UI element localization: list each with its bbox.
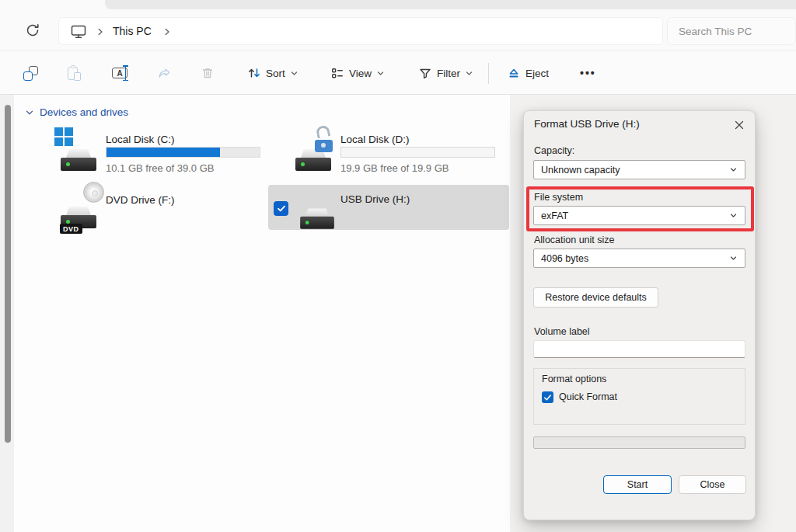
rename-icon: A [112, 65, 129, 81]
drive-name: Local Disk (C:) [106, 134, 175, 145]
see-more-button[interactable]: ••• [574, 59, 602, 87]
eject-button[interactable]: Eject [501, 59, 555, 87]
drive-led [66, 162, 70, 166]
chevron-down-icon [465, 69, 473, 78]
drive-icon: DVD [58, 191, 100, 228]
capacity-bar-fill [106, 148, 220, 157]
dialog-title: Format USB Drive (H:) [534, 118, 640, 130]
capacity-bar [106, 147, 260, 158]
capacity-label: Capacity: [534, 145, 574, 156]
sort-button[interactable]: Sort [241, 59, 305, 87]
capacity-bar [340, 147, 495, 158]
drive-icon [58, 134, 100, 171]
scrollbar-thumb[interactable] [5, 105, 11, 443]
drive-name: USB Drive (H:) [340, 193, 410, 205]
free-space-text: 19.9 GB free of 19.9 GB [340, 162, 449, 174]
rename-button[interactable]: A [106, 59, 135, 87]
chevron-down-icon [729, 165, 738, 174]
share-icon [156, 66, 172, 80]
toolbar-divider [488, 63, 489, 84]
windows-logo-icon [54, 127, 73, 146]
drive-led [305, 221, 309, 224]
check-icon [543, 394, 552, 402]
drive-tile-usb-h[interactable]: USB Drive (H:) [268, 185, 509, 230]
chevron-down-icon [290, 69, 298, 78]
search-input[interactable] [668, 18, 795, 44]
check-icon [277, 204, 286, 213]
free-space-text: 10.1 GB free of 39.0 GB [106, 162, 214, 174]
file-explorer-window: This PC A [0, 0, 796, 532]
drive-tile-dvd-f[interactable]: DVD DVD Drive (F:) [58, 190, 261, 236]
dialog-close-button[interactable] [731, 116, 748, 134]
allocation-label: Allocation unit size [534, 235, 615, 245]
drive-icon [292, 134, 334, 171]
view-button[interactable]: View [324, 59, 391, 87]
dvd-badge: DVD [60, 224, 82, 234]
drive-tile-local-disk-c[interactable]: Local Disk (C:) 10.1 GB free of 39.0 GB [58, 129, 261, 177]
command-toolbar: A Sort View [0, 50, 796, 95]
volume-input[interactable] [533, 340, 745, 358]
drive-name: Local Disk (D:) [340, 134, 410, 145]
allocation-select[interactable]: 4096 bytes [533, 249, 745, 268]
tab-strip-background [105, 0, 796, 9]
address-bar[interactable]: This PC [58, 17, 663, 45]
chevron-down-icon [376, 69, 385, 78]
trash-icon [201, 66, 215, 80]
file-system-select[interactable]: exFAT [533, 206, 745, 225]
refresh-icon [25, 23, 40, 38]
search-box [667, 17, 796, 45]
tab-strip [0, 0, 796, 9]
selected-checkbox[interactable] [274, 201, 288, 216]
share-button[interactable] [150, 59, 178, 87]
drive-name: DVD Drive (F:) [106, 194, 175, 206]
this-pc-icon [71, 24, 86, 39]
content-area: Devices and drives Local Disk (C:) 10.1 … [0, 95, 796, 532]
dvd-disc-icon [83, 182, 104, 203]
bitlocker-lock-icon [315, 126, 337, 152]
restore-defaults-button[interactable]: Restore device defaults [533, 287, 658, 308]
copy-icon [23, 66, 38, 81]
file-system-value: exFAT [541, 210, 568, 221]
copy-button[interactable] [17, 59, 44, 87]
file-system-label: File system [534, 192, 583, 203]
sort-label: Sort [266, 68, 285, 79]
breadcrumb-chevron-icon[interactable] [96, 27, 105, 37]
capacity-select[interactable]: Unknown capacity [533, 160, 745, 179]
left-scrollbar[interactable] [0, 95, 14, 532]
close-dialog-button[interactable]: Close [679, 475, 746, 494]
close-icon [735, 120, 744, 130]
sort-icon [247, 66, 261, 80]
drive-tile-local-disk-d[interactable]: Local Disk (D:) 19.9 GB free of 19.9 GB [292, 129, 510, 177]
breadcrumb-this-pc[interactable]: This PC [113, 25, 152, 37]
view-icon [330, 66, 344, 80]
allocation-value: 4096 bytes [541, 253, 588, 264]
quick-format-checkbox[interactable] [542, 391, 553, 403]
format-options-label: Format options [542, 374, 606, 384]
chevron-down-icon [25, 108, 34, 117]
paste-icon [68, 65, 81, 81]
section-devices-header[interactable]: Devices and drives [25, 106, 128, 118]
filter-button[interactable]: Filter [412, 59, 480, 87]
volume-label: Volume label [534, 326, 590, 337]
quick-format-label: Quick Format [559, 391, 617, 402]
format-options-group: Format options Quick Format [533, 368, 745, 425]
section-label: Devices and drives [40, 106, 128, 118]
eject-label: Eject [525, 68, 549, 79]
view-label: View [349, 68, 372, 79]
format-dialog: Format USB Drive (H:) Capacity: Unknown … [523, 110, 756, 520]
delete-button[interactable] [194, 59, 221, 87]
see-more-icon: ••• [580, 67, 596, 79]
drive-led [301, 162, 305, 166]
paste-button[interactable] [61, 59, 87, 87]
breadcrumb-chevron-icon[interactable] [162, 27, 172, 37]
eject-icon [507, 66, 521, 80]
chevron-down-icon [729, 254, 738, 263]
filter-icon [418, 66, 432, 80]
refresh-button[interactable] [22, 19, 44, 41]
capacity-value: Unknown capacity [541, 165, 620, 176]
filter-label: Filter [437, 68, 460, 79]
start-button[interactable]: Start [603, 475, 672, 494]
navigation-bar: This PC [0, 9, 796, 50]
chevron-down-icon [729, 211, 738, 220]
drive-icon [297, 193, 337, 229]
